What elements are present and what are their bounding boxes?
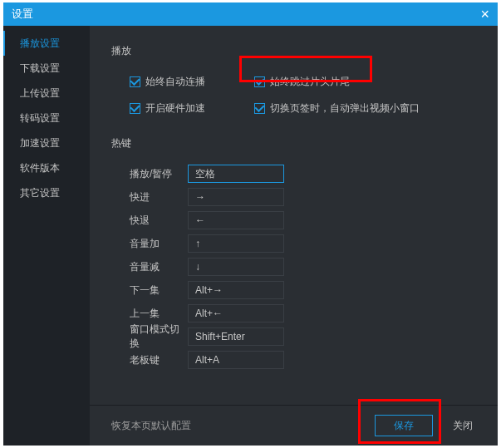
hotkey-label: 窗口模式切换 xyxy=(111,322,188,351)
hotkey-input-volup[interactable] xyxy=(188,234,284,253)
sidebar-item-other[interactable]: 其它设置 xyxy=(3,180,90,205)
sidebar-item-upload[interactable]: 上传设置 xyxy=(3,81,90,106)
hotkey-input-voldown[interactable] xyxy=(188,258,284,276)
checkbox-hw-accel[interactable]: 开启硬件加速 xyxy=(130,101,254,116)
checkbox-popup-window[interactable]: 切换页签时，自动弹出视频小窗口 xyxy=(254,101,420,116)
window-title: 设置 xyxy=(12,7,33,22)
check-icon xyxy=(130,76,140,87)
checkbox-autoplay[interactable]: 始终自动连播 xyxy=(130,75,254,89)
hotkey-label: 音量加 xyxy=(111,237,188,251)
hotkey-input-forward[interactable] xyxy=(188,188,284,206)
checkbox-skip-intro[interactable]: 始终跳过片头片尾 xyxy=(254,75,350,89)
hotkey-label: 上一集 xyxy=(111,307,188,321)
restore-defaults-link[interactable]: 恢复本页默认配置 xyxy=(111,419,191,433)
hotkey-label: 下一集 xyxy=(111,283,188,298)
main-panel: 播放 始终自动连播 始终跳过片头片尾 开启硬件加速 切换页签 xyxy=(90,26,498,446)
hotkey-input-window-mode[interactable] xyxy=(188,327,284,346)
hotkey-label: 老板键 xyxy=(111,353,188,367)
close-icon[interactable]: × xyxy=(480,7,489,22)
hotkey-label: 快退 xyxy=(111,214,188,228)
close-button[interactable]: 关闭 xyxy=(446,416,479,436)
section-hotkeys-title: 热键 xyxy=(111,136,498,150)
save-button[interactable]: 保存 xyxy=(375,415,433,436)
checkbox-label: 切换页签时，自动弹出视频小窗口 xyxy=(270,101,420,116)
hotkey-label: 音量减 xyxy=(111,260,188,274)
sidebar-item-download[interactable]: 下载设置 xyxy=(3,56,90,81)
check-icon xyxy=(254,76,265,87)
hotkey-input-backward[interactable] xyxy=(188,211,284,229)
section-playback-title: 播放 xyxy=(111,44,498,58)
hotkey-input-bosskey[interactable] xyxy=(188,351,284,369)
hotkey-label: 快进 xyxy=(111,190,188,204)
hotkey-input-prev[interactable] xyxy=(188,304,284,322)
sidebar-item-playback[interactable]: 播放设置 xyxy=(3,31,90,56)
check-icon xyxy=(130,103,140,114)
sidebar-item-version[interactable]: 软件版本 xyxy=(3,155,90,180)
checkbox-label: 始终自动连播 xyxy=(145,75,205,89)
sidebar: 播放设置 下载设置 上传设置 转码设置 加速设置 软件版本 其它设置 xyxy=(3,26,90,446)
sidebar-item-accel[interactable]: 加速设置 xyxy=(3,130,90,155)
sidebar-item-transcode[interactable]: 转码设置 xyxy=(3,106,90,130)
checkbox-label: 开启硬件加速 xyxy=(145,101,205,116)
hotkey-input-next[interactable] xyxy=(188,281,284,299)
hotkey-input-playpause[interactable] xyxy=(188,165,284,183)
hotkey-label: 播放/暂停 xyxy=(111,167,188,181)
checkbox-label: 始终跳过片头片尾 xyxy=(270,75,350,89)
check-icon xyxy=(254,103,265,114)
footer: 恢复本页默认配置 保存 关闭 xyxy=(90,406,498,446)
titlebar: 设置 × xyxy=(3,2,498,26)
